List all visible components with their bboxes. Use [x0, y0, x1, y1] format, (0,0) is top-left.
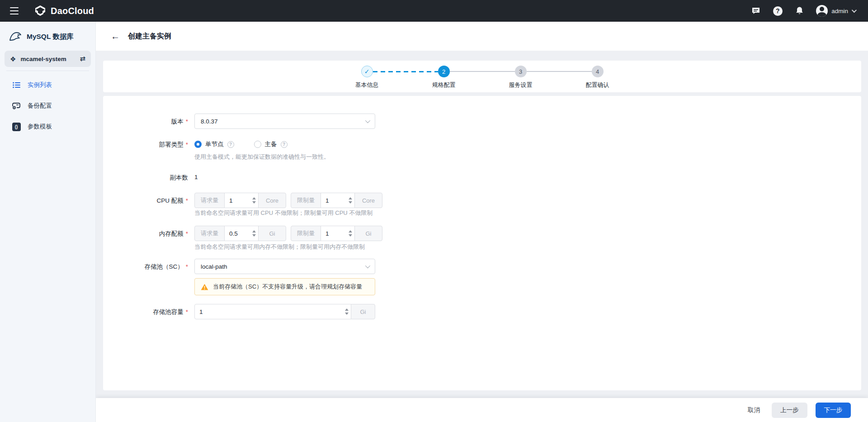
version-label: 版本*: [103, 114, 188, 129]
radio-label: 单节点: [205, 140, 224, 148]
sidebar: MySQL 数据库 ❖ mcamel-system ⇄ 实例列表 备份配置 ()…: [0, 22, 96, 422]
cpu-limit-group: 限制量 Core: [291, 193, 382, 208]
spinner-down-icon[interactable]: [345, 313, 349, 315]
workspace-icon: ❖: [10, 56, 16, 62]
spinner-up-icon[interactable]: [252, 230, 256, 232]
sidebar-item-instance-list[interactable]: 实例列表: [0, 75, 95, 95]
brand-name: DaoCloud: [51, 6, 94, 16]
spinner-down-icon[interactable]: [349, 201, 352, 204]
radio-label: 主备: [265, 140, 277, 148]
sidebar-item-label: 备份配置: [28, 102, 52, 110]
cpu-request-input-box: [224, 193, 259, 208]
memory-unit-addon: Gi: [354, 226, 382, 241]
deploy-type-label: 部署类型*: [103, 137, 188, 152]
radio-single-node[interactable]: 单节点 ?: [194, 140, 234, 148]
page-title: 创建主备实例: [128, 32, 171, 41]
spinner-down-icon[interactable]: [252, 234, 256, 237]
step-connector: [373, 66, 438, 77]
memory-request-group: 请求量 Gi: [194, 226, 286, 241]
memory-quota-label: 内存配额*: [103, 226, 188, 241]
list-icon: [12, 82, 21, 88]
spinner-down-icon[interactable]: [252, 201, 256, 204]
page-titlebar: ← 创建主备实例: [96, 22, 868, 51]
required-asterisk: *: [186, 141, 188, 148]
daocloud-cube-icon: [34, 5, 46, 17]
cpu-unit-addon: Core: [354, 193, 382, 208]
help-tooltip-icon[interactable]: ?: [227, 141, 234, 148]
step-number: 2: [442, 68, 445, 75]
memory-quota-helper: 当前命名空间请求量可用内存不做限制；限制量可用内存不做限制: [194, 243, 861, 251]
step-check-icon: ✓: [364, 68, 370, 75]
spec-config-form: 版本* 8.0.37 部署类型* 单节点 ? 主备 ?: [103, 96, 861, 390]
cpu-quota-helper: 当前命名空间请求量可用 CPU 不做限制；限制量可用 CPU 不做限制: [194, 209, 861, 217]
radio-icon[interactable]: [194, 141, 202, 148]
version-select[interactable]: 8.0.37: [194, 114, 375, 129]
cpu-unit-addon: Core: [258, 193, 286, 208]
spinner-up-icon[interactable]: [349, 197, 352, 199]
step-label: 基本信息: [355, 81, 379, 89]
prev-step-button[interactable]: 上一步: [772, 403, 807, 418]
required-asterisk: *: [186, 197, 188, 204]
memory-request-input-box: [224, 226, 259, 241]
cpu-limit-input-box: [321, 193, 355, 208]
workspace-name: mcamel-system: [20, 56, 66, 62]
parameter-template-icon: (): [12, 123, 21, 131]
memory-limit-input-box: [321, 226, 355, 241]
notification-bell-icon[interactable]: [794, 6, 804, 16]
switch-workspace-icon[interactable]: ⇄: [80, 55, 85, 63]
sidebar-header: MySQL 数据库: [0, 22, 95, 50]
stepper-card: ✓ 基本信息 2 规格配置 3 服务设置 4 配置确认: [103, 61, 861, 92]
step-number: 3: [519, 68, 522, 75]
storage-capacity-unit-addon: Gi: [351, 304, 375, 319]
main-content: ← 创建主备实例 ✓ 基本信息 2 规格配置 3 服务设置 4 配置确认: [96, 22, 868, 422]
spinner-up-icon[interactable]: [252, 197, 256, 199]
help-tooltip-icon[interactable]: ?: [281, 141, 288, 148]
step-config-confirm[interactable]: 4 配置确认: [592, 66, 604, 77]
spinner-up-icon[interactable]: [345, 308, 349, 311]
replicas-value: 1: [194, 174, 198, 182]
feedback-chat-icon[interactable]: [751, 6, 761, 16]
sidebar-divider: [6, 71, 89, 71]
storage-class-warning: 当前存储池（SC）不支持容量升级，请合理规划存储容量: [194, 278, 375, 295]
user-name: admin: [831, 8, 848, 14]
warning-icon: [201, 284, 208, 290]
step-spec-config[interactable]: 2 规格配置: [438, 66, 450, 77]
stepper: ✓ 基本信息 2 规格配置 3 服务设置 4 配置确认: [361, 66, 604, 92]
back-arrow-icon[interactable]: ←: [111, 32, 120, 41]
required-asterisk: *: [186, 263, 188, 270]
spinner-down-icon[interactable]: [349, 234, 352, 237]
user-menu[interactable]: admin: [816, 5, 855, 17]
step-service-settings[interactable]: 3 服务设置: [515, 66, 527, 77]
storage-class-select[interactable]: local-path: [194, 259, 375, 274]
next-step-button[interactable]: 下一步: [816, 403, 851, 418]
version-value: 8.0.37: [201, 118, 218, 125]
wizard-footer: 取消 上一步 下一步: [96, 398, 868, 422]
workspace-selector[interactable]: ❖ mcamel-system ⇄: [5, 51, 91, 67]
storage-class-value: local-path: [201, 263, 227, 270]
storage-class-label: 存储池（SC）*: [103, 259, 188, 274]
radio-icon[interactable]: [254, 141, 261, 148]
param-glyph: (): [15, 124, 18, 129]
hamburger-menu-icon[interactable]: [0, 0, 28, 22]
radio-primary-backup[interactable]: 主备 ?: [254, 140, 288, 148]
request-addon: 请求量: [194, 193, 225, 208]
help-glyph: ?: [776, 7, 780, 14]
step-label: 规格配置: [432, 81, 456, 89]
deploy-type-helper: 使用主备模式，能更加保证数据的准确性与一致性。: [194, 153, 861, 161]
step-connector: [450, 66, 515, 77]
chevron-down-icon: [365, 263, 370, 268]
cancel-button[interactable]: 取消: [744, 406, 764, 414]
sidebar-item-backup-config[interactable]: 备份配置: [0, 95, 95, 116]
storage-capacity-input[interactable]: [195, 304, 351, 319]
sidebar-title: MySQL 数据库: [27, 32, 74, 42]
backup-icon: [12, 102, 21, 109]
step-label: 服务设置: [509, 81, 533, 89]
spinner-up-icon[interactable]: [349, 230, 352, 232]
storage-capacity-label: 存储池容量*: [103, 304, 188, 319]
help-icon[interactable]: ?: [773, 6, 783, 16]
required-asterisk: *: [186, 230, 188, 237]
cpu-request-group: 请求量 Core: [194, 193, 286, 208]
step-basic-info[interactable]: ✓ 基本信息: [361, 66, 373, 77]
memory-limit-group: 限制量 Gi: [291, 226, 382, 241]
sidebar-item-param-template[interactable]: () 参数模板: [0, 116, 95, 137]
